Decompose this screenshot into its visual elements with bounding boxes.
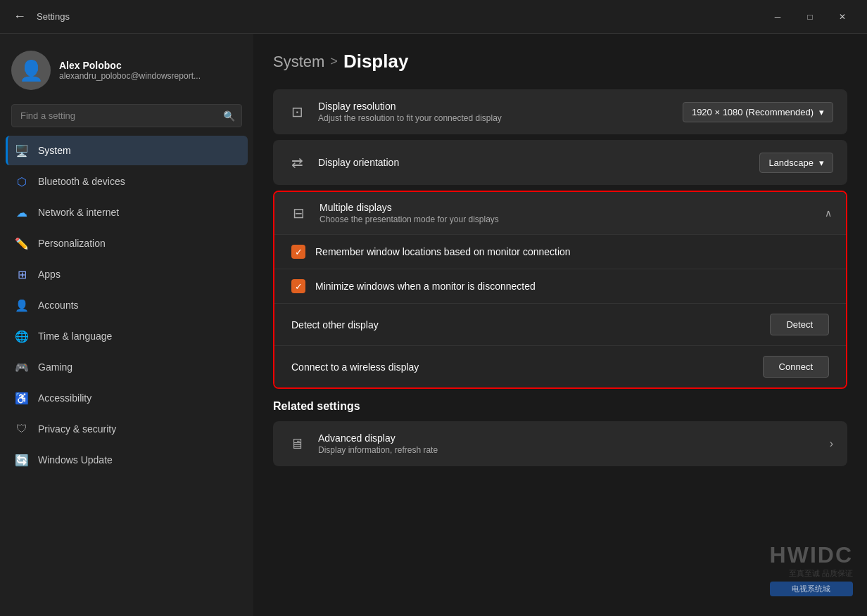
sidebar-item-accessibility[interactable]: ♿ Accessibility	[6, 383, 248, 413]
connect-button[interactable]: Connect	[763, 356, 829, 378]
system-nav-icon: 🖥️	[14, 143, 30, 158]
orientation-icon: ⇄	[287, 154, 307, 171]
advanced-display-row[interactable]: 🖥 Advanced display Display information, …	[273, 421, 847, 466]
sidebar-item-update[interactable]: 🔄 Windows Update	[6, 445, 248, 475]
accounts-nav-icon: 👤	[14, 297, 30, 313]
sidebar-item-label-accounts: Accounts	[38, 300, 79, 311]
resolution-control: 1920 × 1080 (Recommended) ▾	[683, 102, 833, 122]
related-settings-title: Related settings	[273, 400, 847, 413]
breadcrumb-current: Display	[343, 51, 409, 72]
content-area: System > Display ⊡ Display resolution Ad…	[253, 34, 867, 616]
sidebar-item-label-privacy: Privacy & security	[38, 423, 116, 435]
page-header: System > Display	[273, 51, 847, 72]
multiple-displays-subtitle: Choose the presentation mode for your di…	[319, 214, 814, 224]
orientation-dropdown[interactable]: Landscape ▾	[759, 153, 833, 173]
time-nav-icon: 🌐	[14, 328, 30, 344]
user-name: Alex Poloboc	[59, 60, 201, 71]
sidebar-item-label-network: Network & internet	[38, 207, 119, 218]
multiple-displays-body: ✓ Remember window locations based on mon…	[274, 235, 846, 387]
multiple-displays-text: Multiple displays Choose the presentatio…	[319, 202, 814, 224]
connect-wireless-row: Connect to a wireless display Connect	[274, 346, 846, 387]
privacy-nav-icon: 🛡	[14, 421, 30, 437]
remember-window-label: Remember window locations based on monit…	[315, 246, 829, 257]
sidebar-item-gaming[interactable]: 🎮 Gaming	[6, 352, 248, 382]
sidebar-item-label-gaming: Gaming	[38, 361, 72, 373]
display-resolution-section: ⊡ Display resolution Adjust the resoluti…	[273, 89, 847, 134]
sidebar: 👤 Alex Poloboc alexandru_poloboc@windows…	[0, 34, 253, 616]
sidebar-item-label-time: Time & language	[38, 331, 112, 342]
resolution-dropdown[interactable]: 1920 × 1080 (Recommended) ▾	[683, 102, 833, 122]
resolution-text: Display resolution Adjust the resolution…	[318, 101, 671, 123]
resolution-subtitle: Adjust the resolution to fit your connec…	[318, 113, 671, 123]
sidebar-item-time[interactable]: 🌐 Time & language	[6, 321, 248, 351]
gaming-nav-icon: 🎮	[14, 359, 30, 375]
sidebar-item-bluetooth[interactable]: ⬡ Bluetooth & devices	[6, 167, 248, 196]
multiple-displays-section: ⊟ Multiple displays Choose the presentat…	[273, 191, 847, 389]
nav-list: 🖥️ System ⬡ Bluetooth & devices ☁ Networ…	[0, 136, 253, 476]
maximize-button[interactable]: □	[794, 6, 826, 28]
resolution-title: Display resolution	[318, 101, 671, 112]
advanced-display-title: Advanced display	[318, 432, 818, 444]
user-email: alexandru_poloboc@windowsreport...	[59, 71, 201, 81]
display-orientation-row: ⇄ Display orientation Landscape ▾	[273, 140, 847, 185]
bluetooth-nav-icon: ⬡	[14, 174, 30, 189]
breadcrumb-arrow: >	[330, 54, 338, 69]
user-info: Alex Poloboc alexandru_poloboc@windowsre…	[59, 60, 201, 81]
titlebar: ← Settings ─ □ ✕	[0, 0, 867, 34]
sidebar-item-label-bluetooth: Bluetooth & devices	[38, 176, 125, 187]
minimize-button[interactable]: ─	[761, 6, 794, 28]
multiple-displays-header[interactable]: ⊟ Multiple displays Choose the presentat…	[274, 192, 846, 235]
sidebar-item-personalization[interactable]: ✏️ Personalization	[6, 229, 248, 258]
search-box: 🔍	[11, 104, 242, 127]
search-input[interactable]	[11, 104, 242, 127]
expand-icon: ∧	[825, 207, 832, 219]
sidebar-item-apps[interactable]: ⊞ Apps	[6, 259, 248, 289]
close-button[interactable]: ✕	[826, 6, 859, 28]
minimize-windows-label: Minimize windows when a monitor is disco…	[315, 281, 829, 292]
back-button[interactable]: ←	[8, 6, 31, 28]
multiple-displays-icon: ⊟	[289, 205, 308, 222]
advanced-display-icon: 🖥	[287, 436, 307, 452]
sidebar-item-label-update: Windows Update	[38, 454, 113, 466]
window-controls: ─ □ ✕	[761, 6, 859, 28]
advanced-display-section: 🖥 Advanced display Display information, …	[273, 421, 847, 466]
orientation-control: Landscape ▾	[759, 153, 833, 173]
apps-nav-icon: ⊞	[14, 267, 30, 282]
sidebar-item-system[interactable]: 🖥️ System	[6, 136, 248, 165]
remember-window-checkbox[interactable]: ✓	[291, 245, 305, 259]
multiple-displays-title: Multiple displays	[319, 202, 814, 213]
network-nav-icon: ☁	[14, 205, 30, 220]
display-resolution-row: ⊡ Display resolution Adjust the resoluti…	[273, 89, 847, 134]
orientation-text: Display orientation	[318, 157, 748, 168]
accessibility-nav-icon: ♿	[14, 390, 30, 406]
advanced-display-subtitle: Display information, refresh rate	[318, 445, 818, 455]
user-section: 👤 Alex Poloboc alexandru_poloboc@windows…	[0, 34, 253, 101]
update-nav-icon: 🔄	[14, 452, 30, 468]
sidebar-item-label-personalization: Personalization	[38, 238, 106, 249]
display-orientation-section: ⇄ Display orientation Landscape ▾	[273, 140, 847, 185]
sidebar-item-label-apps: Apps	[38, 269, 61, 280]
avatar: 👤	[11, 51, 51, 90]
detect-button[interactable]: Detect	[770, 314, 829, 335]
remember-window-row: ✓ Remember window locations based on mon…	[274, 235, 846, 269]
connect-wireless-label: Connect to a wireless display	[291, 361, 753, 373]
sidebar-item-network[interactable]: ☁ Network & internet	[6, 198, 248, 227]
advanced-display-arrow: ›	[830, 437, 833, 450]
main-layout: 👤 Alex Poloboc alexandru_poloboc@windows…	[0, 34, 867, 616]
breadcrumb-parent[interactable]: System	[273, 53, 324, 71]
advanced-display-text: Advanced display Display information, re…	[318, 432, 818, 455]
minimize-windows-checkbox[interactable]: ✓	[291, 279, 305, 293]
detect-display-row: Detect other display Detect	[274, 304, 846, 346]
sidebar-item-label-accessibility: Accessibility	[38, 392, 91, 404]
sidebar-item-privacy[interactable]: 🛡 Privacy & security	[6, 414, 248, 444]
search-icon: 🔍	[223, 110, 235, 122]
personalization-nav-icon: ✏️	[14, 236, 30, 251]
sidebar-item-label-system: System	[38, 145, 71, 156]
sidebar-item-accounts[interactable]: 👤 Accounts	[6, 290, 248, 320]
detect-display-label: Detect other display	[291, 319, 760, 331]
orientation-title: Display orientation	[318, 157, 748, 168]
minimize-windows-row: ✓ Minimize windows when a monitor is dis…	[274, 269, 846, 304]
resolution-icon: ⊡	[287, 103, 307, 120]
window-title: Settings	[37, 11, 761, 22]
